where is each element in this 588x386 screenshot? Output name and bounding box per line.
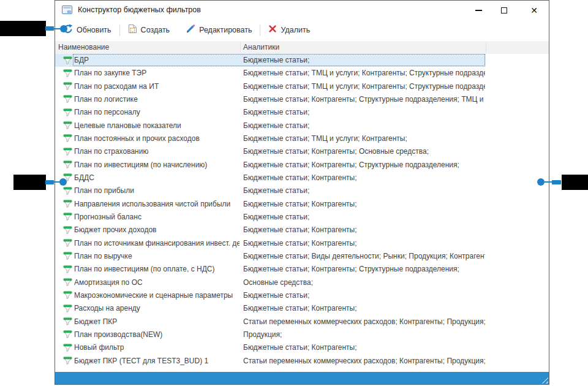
table-row[interactable]: План по персоналуБюджетные статьи; [55, 106, 486, 119]
filter-funnel-icon [63, 200, 72, 211]
filter-funnel-icon [63, 357, 72, 368]
title-bar[interactable]: Конструктор бюджетных фильтров ✕ [55, 1, 549, 19]
row-name: План по инвестициям (по оплате, с НДС) [74, 263, 239, 276]
row-name: План по инвестициям (по начислению) [74, 159, 239, 172]
table-row[interactable]: План по источникам финансирования инвест… [55, 237, 486, 250]
minimize-button[interactable] [468, 4, 489, 16]
table-row[interactable]: Расходы на арендуБюджетные статьи; Контр… [55, 302, 486, 315]
row-analytics: Бюджетные статьи; [243, 119, 485, 132]
row-analytics: Бюджетные статьи; Контрагенты; [243, 341, 485, 354]
filter-funnel-icon [63, 305, 72, 316]
refresh-button[interactable]: Обновить [63, 24, 111, 36]
table-row[interactable]: БДДСБюджетные статьи; Контрагенты; [55, 172, 486, 184]
row-name: Амортизация по ОС [74, 276, 239, 289]
toolbar-separator [119, 25, 120, 36]
delete-icon [268, 25, 277, 36]
row-analytics: Бюджетные статьи; [243, 184, 485, 197]
row-analytics: Бюджетные статьи; [243, 289, 485, 302]
table-row[interactable]: Амортизация по ОСОсновные средства; [55, 276, 486, 289]
table-row[interactable]: План по выручкеБюджетные статьи; Виды де… [55, 250, 486, 263]
filter-funnel-icon [63, 82, 72, 93]
row-name: БДР [74, 54, 239, 67]
table-row[interactable]: План по страхованиюБюджетные статьи; Кон… [55, 145, 486, 158]
row-name: План по расходам на ИТ [74, 80, 239, 93]
row-analytics: Бюджетные статьи; ТМЦ и услуги; Контраге… [243, 67, 485, 80]
filter-funnel-icon [63, 56, 72, 67]
table-row[interactable]: Макроэкономические и сценарные параметры… [55, 289, 486, 302]
row-analytics: Бюджетные статьи; Контрагенты; [243, 198, 485, 211]
filter-funnel-icon [63, 252, 72, 263]
row-analytics: Бюджетные статьи; [243, 211, 485, 224]
edit-button[interactable]: Редактировать [186, 24, 252, 36]
row-name: БДДС [74, 172, 239, 184]
filter-funnel-icon [63, 291, 72, 302]
row-name: План по логистике [74, 93, 239, 106]
table-row[interactable]: План по инвестициям (по оплате, с НДС)Бю… [55, 263, 486, 276]
row-name: Направления использования чистой прибыли [74, 198, 239, 211]
filter-funnel-icon [63, 134, 72, 145]
table-row[interactable]: Целевые плановые показателиБюджетные ста… [55, 119, 486, 132]
filter-funnel-icon [63, 239, 72, 250]
pencil-icon [186, 24, 195, 36]
redaction-box-mid-left [13, 175, 46, 190]
refresh-label: Обновить [77, 26, 111, 34]
row-name: Новый фильтр [74, 341, 239, 354]
filter-funnel-icon [63, 148, 72, 159]
row-analytics: Бюджетные статьи; Контрагенты; Структурн… [243, 263, 485, 276]
table-row[interactable]: План постоянных и прочих расходовБюджетн… [55, 132, 486, 145]
filter-funnel-icon [63, 95, 72, 106]
row-analytics: Статьи переменных коммерческих расходов;… [243, 316, 485, 328]
column-header-name[interactable]: Наименование [58, 41, 109, 54]
edit-label: Редактировать [199, 26, 252, 34]
table-row[interactable]: БДРБюджетные статьи; [55, 54, 486, 67]
table-row[interactable]: Новый фильтрБюджетные статьи; Контрагент… [55, 341, 486, 354]
row-name: План по страхованию [74, 145, 239, 158]
row-analytics: Бюджетные статьи; Виды деятельности; Рын… [243, 250, 485, 263]
row-analytics: Бюджетные статьи; Контрагенты; Основные … [243, 145, 485, 158]
table-row[interactable]: План по логистикеБюджетные статьи; Контр… [55, 93, 486, 106]
table-row[interactable]: Бюджет прочих доходовБюджетные статьи; К… [55, 224, 486, 237]
row-analytics: Основные средства; [243, 276, 485, 289]
filter-funnel-icon [63, 317, 72, 328]
column-divider [240, 42, 241, 53]
filter-funnel-icon [63, 278, 72, 289]
status-bar [55, 372, 549, 384]
table-row[interactable]: План по инвестициям (по начислению)Бюдже… [55, 159, 486, 172]
connector-line-thick [552, 180, 561, 184]
row-analytics: Бюджетные статьи; Контрагенты; Структурн… [243, 93, 485, 106]
resize-grip-icon[interactable] [540, 375, 548, 384]
row-name: Бюджет ПКР (ТЕСТ для TEST3_BUD) 1 [74, 355, 239, 368]
maximize-button[interactable] [494, 4, 514, 16]
window-title: Конструктор бюджетных фильтров [78, 6, 201, 14]
delete-button[interactable]: Удалить [268, 25, 310, 36]
row-analytics: Бюджетные статьи; ТМЦ и услуги; Контраге… [243, 80, 485, 93]
connector-dot [537, 178, 545, 186]
filter-funnel-icon [63, 161, 72, 172]
close-button[interactable]: ✕ [524, 4, 545, 16]
create-label: Создать [141, 26, 170, 34]
table-row[interactable]: План по расходам на ИТБюджетные статьи; … [55, 80, 486, 93]
table-row[interactable]: План по прибылиБюджетные статьи; [55, 184, 486, 197]
table-row[interactable]: Бюджет ПКРСтатьи переменных коммерческих… [55, 316, 486, 328]
table-row[interactable]: Направления использования чистой прибыли… [55, 198, 486, 211]
new-document-icon [128, 24, 137, 36]
redaction-box-mid-right [562, 175, 588, 190]
filter-funnel-icon [63, 344, 72, 355]
row-name: План по источникам финансирования инвест… [74, 237, 239, 250]
connector-line-thick [45, 26, 54, 31]
column-header-analytics[interactable]: Аналитики [243, 41, 279, 54]
filter-funnel-icon [63, 187, 72, 198]
connector-dot [60, 25, 67, 32]
table-row[interactable]: Бюджет ПКР (ТЕСТ для TEST3_BUD) 1Статьи … [55, 355, 486, 368]
row-analytics: Бюджетные статьи; ТМЦ и услуги; Контраге… [243, 132, 485, 145]
row-name: План производства(NEW) [74, 328, 239, 341]
create-button[interactable]: Создать [128, 24, 170, 36]
table-body: БДРБюджетные статьи;План по закупке ТЭРБ… [55, 54, 549, 368]
row-name: Бюджет ПКР [74, 316, 239, 328]
table-row[interactable]: План по закупке ТЭРБюджетные статьи; ТМЦ… [55, 67, 486, 80]
row-analytics: Бюджетные статьи; Контрагенты; [243, 172, 485, 184]
table-row[interactable]: План производства(NEW)Продукция; [55, 328, 486, 341]
row-name: План по прибыли [74, 184, 239, 197]
filter-funnel-icon [63, 226, 72, 237]
table-row[interactable]: Прогнозный балансБюджетные статьи; [55, 211, 486, 224]
